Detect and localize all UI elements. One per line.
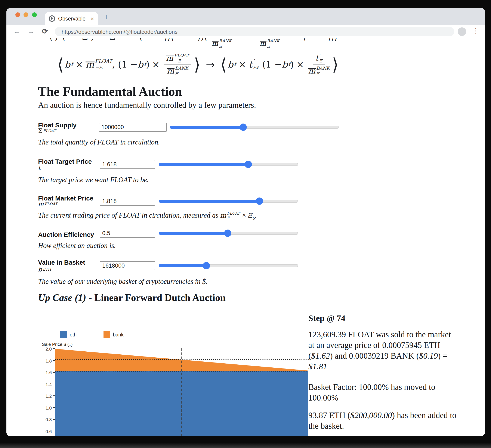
tab-title: Observable: [58, 16, 89, 22]
reload-icon[interactable]: ⟳: [42, 27, 48, 36]
float-market-price-slider-thumb[interactable]: [256, 197, 263, 205]
close-button[interactable]: [15, 12, 20, 17]
float-supply-slider[interactable]: [170, 126, 339, 129]
step-paragraph: 93.87 ETH ($200,000.00) has been added t…: [308, 410, 456, 431]
observable-favicon-icon: [49, 15, 55, 22]
legend-label: eth: [70, 332, 76, 337]
auction-efficiency-input[interactable]: [100, 229, 155, 238]
auction-area-chart: [55, 348, 312, 436]
y-tick-label: 1.8: [39, 358, 52, 363]
back-icon[interactable]: ←: [13, 27, 20, 36]
y-tick-mark: [53, 431, 55, 431]
auction-efficiency-label: Auction Efficiency: [38, 231, 94, 238]
step-heading: Step @ 74: [308, 313, 458, 323]
address-bar[interactable]: https://observablehq.com/@floatcoder/auc…: [55, 27, 454, 36]
section-heading-italic: Up Case (1): [38, 292, 86, 303]
float-target-price-slider-thumb[interactable]: [245, 161, 252, 168]
y-tick-mark: [53, 419, 55, 420]
float-supply-slider-thumb[interactable]: [239, 123, 246, 131]
browser-tab[interactable]: Observable ×: [45, 12, 98, 25]
float-target-price-slider[interactable]: [159, 163, 298, 166]
math-symbol: mBANKΞ: [308, 66, 330, 76]
browser-toolbar: ← → ⟳ https://observablehq.com/@floatcod…: [6, 25, 485, 38]
section-heading: Up Case (1) - Linear Forward Dutch Aucti…: [38, 292, 226, 304]
legend-item-eth: eth: [60, 331, 76, 338]
y-tick-label: 1.2: [39, 393, 52, 398]
value-in-basket-slider-fill: [159, 264, 206, 267]
browser-menu-icon[interactable]: ⋮: [472, 27, 479, 35]
math-symbol: mFLOAT: [38, 201, 57, 207]
float-target-price-input[interactable]: [100, 160, 155, 169]
profile-avatar[interactable]: [458, 27, 466, 36]
y-tick-label: 0.6: [39, 429, 52, 434]
y-axis-label: Sale Price $ (↓): [42, 342, 73, 347]
legend-swatch-icon: [104, 331, 110, 338]
math-symbol: bf: [138, 60, 146, 69]
forward-icon[interactable]: →: [27, 27, 35, 36]
value-in-basket-description: The value of our underlying basket of cr…: [38, 277, 208, 286]
legend-swatch-icon: [60, 331, 67, 338]
step-paragraph: 123,609.39 FLOAT was sold to the marketa…: [308, 329, 451, 372]
math-symbol: bf: [227, 60, 236, 69]
y-tick-mark: [53, 407, 55, 408]
math-symbol: t′Ξ: [249, 59, 257, 70]
zoom-button[interactable]: [32, 12, 37, 17]
step-paragraph: Basket Factor: 100.00% has moved to100.0…: [308, 382, 435, 403]
step-panel: Step @ 74 123,609.39 FLOAT was sold to t…: [308, 313, 458, 323]
math-symbol: bf: [282, 60, 290, 69]
legend-label: bank: [113, 332, 124, 337]
y-tick-mark: [53, 372, 55, 373]
y-tick-label: 1.0: [39, 405, 52, 410]
math-formula: ⟨bf×mFLOAT−Ξ, (1 − bf) ×mFLOAT−ΞmBANKΞ⟩⇒…: [57, 51, 339, 78]
math-symbol: bETH: [38, 266, 51, 272]
float-target-price-label: Float Target Price: [38, 158, 92, 165]
page-title: The Fundamental Auction: [38, 84, 182, 99]
float-supply-symbol: ΣFLOAT: [38, 127, 56, 134]
value-in-basket-input[interactable]: [100, 261, 155, 270]
math-symbol: bf: [65, 60, 73, 69]
value-in-basket-slider[interactable]: [159, 264, 298, 267]
float-target-price-slider-fill: [159, 163, 248, 166]
y-tick-mark: [53, 384, 55, 384]
float-supply-slider-fill: [170, 126, 243, 129]
float-market-price-symbol: mFLOAT: [38, 200, 57, 207]
float-market-price-input[interactable]: [100, 197, 155, 206]
y-tick-mark: [53, 396, 55, 396]
url-text: https://observablehq.com/@floatcoder/auc…: [62, 28, 178, 35]
math-symbol: mBANKΞ: [212, 39, 232, 48]
value-in-basket-symbol: bETH: [38, 266, 51, 273]
float-supply-input[interactable]: [99, 123, 167, 132]
float-target-price-symbol: t: [38, 165, 40, 171]
intro-paragraph: An auction is hence fundamentally contro…: [38, 101, 256, 110]
auction-efficiency-description: How efficient an auction is.: [38, 242, 116, 250]
clipped-formula-fragments: ⟨)⟨Ξ,Ξ=⟨⟩⟩⟨⟩)⟨⟨⟩⟩⟩: [6, 38, 485, 42]
auction-efficiency-slider[interactable]: [159, 232, 298, 235]
math-symbol: t′Ξ: [315, 53, 322, 63]
tab-close-icon[interactable]: ×: [91, 16, 94, 22]
section-heading-rest: - Linear Forward Dutch Auction: [86, 292, 226, 303]
legend-item-bank: bank: [104, 331, 124, 338]
browser-window: Observable × + ← → ⟳ https://observableh…: [6, 8, 485, 436]
notebook-page: ⟨)⟨Ξ,Ξ=⟨⟩⟩⟨⟩)⟨⟨⟩⟩⟩ mBANKΞmBANKΞ ⟨bf×mFLO…: [6, 38, 485, 436]
screenshot-stage: Observable × + ← → ⟳ https://observableh…: [0, 0, 491, 448]
y-tick-label: 1.6: [39, 370, 52, 375]
math-symbol: mBANKΞ: [260, 39, 280, 48]
math-symbol: mFLOAT−Ξ: [85, 59, 112, 70]
y-tick-label: 1.4: [39, 382, 52, 387]
math-symbol: t: [38, 165, 40, 171]
value-in-basket-slider-thumb[interactable]: [203, 262, 210, 269]
minimize-button[interactable]: [24, 12, 28, 17]
new-tab-button[interactable]: +: [104, 13, 108, 21]
auction-efficiency-slider-fill: [159, 232, 228, 235]
auction-efficiency-slider-thumb[interactable]: [224, 230, 231, 237]
math-symbol: ΣFLOAT: [38, 128, 56, 134]
math-symbol: mFLOAT−Ξ: [166, 53, 189, 63]
float-market-price-description: The current trading price of FLOAT in ci…: [38, 211, 257, 220]
float-market-price-slider[interactable]: [159, 200, 298, 203]
value-in-basket-label: Value in Basket: [38, 259, 85, 266]
y-tick-mark: [53, 360, 55, 361]
float-market-price-slider-fill: [159, 200, 259, 203]
tab-strip: Observable × +: [6, 8, 485, 25]
y-tick-label: 2.0: [39, 346, 52, 351]
math-symbol: mBANKΞ: [167, 66, 189, 76]
